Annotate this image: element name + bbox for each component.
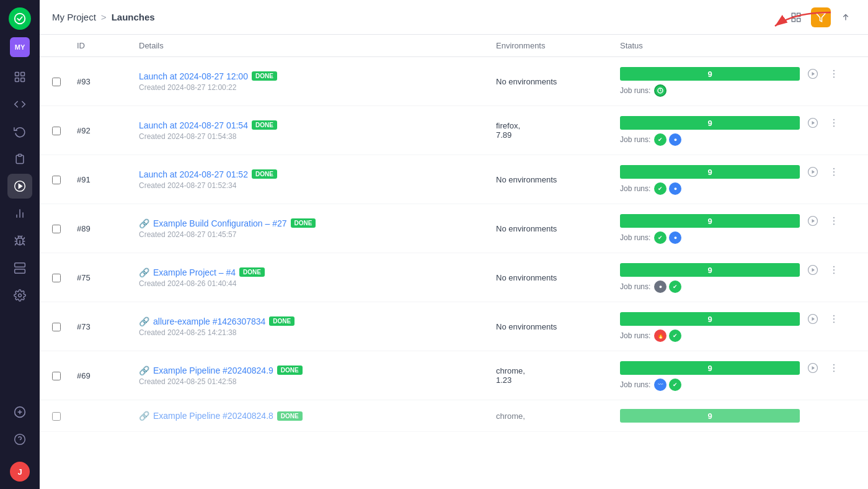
play-button-69[interactable] bbox=[805, 360, 821, 376]
svg-point-59 bbox=[833, 364, 835, 366]
svg-rect-19 bbox=[792, 13, 795, 16]
grid-view-button[interactable] bbox=[786, 7, 806, 27]
launches-icon[interactable] bbox=[7, 174, 32, 199]
refresh-icon[interactable] bbox=[7, 119, 32, 144]
more-button-89[interactable] bbox=[826, 213, 842, 229]
row-checkbox-92[interactable] bbox=[52, 125, 77, 135]
table-row: #69 🔗 Example Pipeline #20240824.9 DONE … bbox=[40, 351, 868, 400]
export-button[interactable] bbox=[836, 7, 856, 27]
play-button-92[interactable] bbox=[805, 115, 821, 131]
chart-icon[interactable] bbox=[7, 201, 32, 226]
svg-point-35 bbox=[833, 122, 835, 123]
row-env-91: No environments bbox=[496, 175, 620, 184]
row-id-75: #75 bbox=[77, 273, 139, 282]
svg-marker-48 bbox=[812, 268, 815, 272]
created-date-93: Created 2024-08-27 12:00:22 bbox=[139, 83, 496, 92]
launch-link-93[interactable]: Launch at 2024-08-27 12:00 bbox=[139, 71, 248, 81]
svg-marker-23 bbox=[817, 13, 826, 22]
table-row: #89 🔗 Example Build Configuration – #27 … bbox=[40, 204, 868, 253]
svg-point-13 bbox=[19, 294, 22, 297]
filter-button[interactable] bbox=[811, 7, 831, 27]
svg-point-30 bbox=[833, 76, 835, 78]
launch-link-73[interactable]: allure-example #1426307834 bbox=[153, 316, 265, 326]
table-header-row: ID Details Environments Status bbox=[40, 35, 868, 57]
play-button-89[interactable] bbox=[805, 213, 821, 229]
more-button-92[interactable] bbox=[826, 115, 842, 131]
more-button-93[interactable] bbox=[826, 66, 842, 82]
row-checkbox-89[interactable] bbox=[52, 223, 77, 233]
col-status: Status bbox=[620, 41, 856, 50]
created-date-92: Created 2024-08-27 01:54:38 bbox=[139, 132, 496, 141]
settings-icon[interactable] bbox=[7, 283, 32, 308]
storage-icon[interactable] bbox=[7, 256, 32, 280]
row-status-73: 9 Job runs: 🔥 bbox=[620, 311, 856, 342]
clipboard-icon[interactable] bbox=[7, 146, 32, 171]
external-link-icon-89: 🔗 bbox=[139, 218, 149, 228]
play-button-73[interactable] bbox=[805, 311, 821, 327]
job-runs-91: Job runs: ✔ ● bbox=[620, 182, 856, 195]
code-icon[interactable] bbox=[7, 92, 32, 117]
row-id-69: #69 bbox=[77, 371, 139, 380]
launch-link-69[interactable]: Example Pipeline #20240824.9 bbox=[153, 366, 273, 375]
breadcrumb-project[interactable]: My Project bbox=[52, 12, 96, 22]
dashboard-icon[interactable] bbox=[7, 65, 32, 89]
header-actions bbox=[786, 7, 856, 27]
more-button-75[interactable] bbox=[826, 262, 842, 278]
svg-rect-1 bbox=[16, 73, 19, 76]
more-button-73[interactable] bbox=[826, 311, 842, 327]
more-button-69[interactable] bbox=[826, 360, 842, 376]
more-button-91[interactable] bbox=[826, 164, 842, 180]
user-avatar[interactable]: J bbox=[10, 462, 30, 482]
created-date-91: Created 2024-08-27 01:52:34 bbox=[139, 181, 496, 190]
status-badge-73: DONE bbox=[269, 316, 294, 326]
job-runs-75: Job runs: ● ✔ bbox=[620, 280, 856, 293]
created-date-75: Created 2024-08-26 01:40:44 bbox=[139, 279, 496, 288]
launch-link-91[interactable]: Launch at 2024-08-27 01:52 bbox=[139, 169, 248, 179]
sidebar: MY J bbox=[0, 0, 40, 489]
play-button-93[interactable] bbox=[805, 66, 821, 82]
svg-point-40 bbox=[833, 171, 835, 173]
external-link-icon-73: 🔗 bbox=[139, 316, 149, 326]
add-icon[interactable] bbox=[7, 400, 32, 424]
svg-rect-5 bbox=[19, 155, 22, 156]
row-checkbox-93[interactable] bbox=[52, 76, 77, 86]
created-date-69: Created 2024-08-25 01:42:58 bbox=[139, 377, 496, 386]
launch-link-89[interactable]: Example Build Configuration – #27 bbox=[153, 218, 287, 228]
launch-link-92[interactable]: Launch at 2024-08-27 01:54 bbox=[139, 120, 248, 130]
row-checkbox-91[interactable] bbox=[52, 174, 77, 184]
row-details-89: 🔗 Example Build Configuration – #27 DONE… bbox=[139, 218, 496, 239]
main-content: My Project > Launches bbox=[40, 0, 868, 489]
row-checkbox-73[interactable] bbox=[52, 321, 77, 331]
row-checkbox-69[interactable] bbox=[52, 370, 77, 380]
breadcrumb: My Project > Launches bbox=[52, 12, 155, 22]
row-checkbox-75[interactable] bbox=[52, 272, 77, 282]
status-bar-89: 9 bbox=[620, 214, 800, 228]
launch-link-68[interactable]: Example Pipeline #20240824.8 bbox=[153, 411, 273, 421]
svg-rect-10 bbox=[15, 269, 25, 274]
status-bar-68: 9 bbox=[620, 409, 800, 423]
app-logo[interactable] bbox=[9, 7, 31, 30]
play-button-75[interactable] bbox=[805, 262, 821, 278]
row-status-69: 9 Job runs: 〰 bbox=[620, 360, 856, 391]
status-bar-75: 9 bbox=[620, 263, 800, 277]
status-bar-91: 9 bbox=[620, 165, 800, 179]
bug-icon[interactable] bbox=[7, 228, 32, 253]
created-date-73: Created 2024-08-25 14:21:38 bbox=[139, 328, 496, 337]
job-runs-93: Job runs: bbox=[620, 84, 856, 97]
row-env-92: firefox,7.89 bbox=[496, 121, 620, 140]
workspace-avatar[interactable]: MY bbox=[10, 37, 30, 57]
breadcrumb-current: Launches bbox=[112, 12, 155, 22]
row-env-73: No environments bbox=[496, 322, 620, 331]
job-runs-92: Job runs: ✔ ● bbox=[620, 133, 856, 146]
status-badge-89: DONE bbox=[291, 218, 316, 228]
row-checkbox-68[interactable] bbox=[52, 411, 77, 421]
svg-point-34 bbox=[833, 119, 835, 120]
play-button-91[interactable] bbox=[805, 164, 821, 180]
row-status-75: 9 Job runs: ● bbox=[620, 262, 856, 293]
svg-marker-27 bbox=[812, 72, 815, 76]
row-details-69: 🔗 Example Pipeline #20240824.9 DONE Crea… bbox=[139, 366, 496, 386]
svg-point-45 bbox=[833, 220, 835, 222]
launch-link-75[interactable]: Example Project – #4 bbox=[153, 267, 236, 277]
row-details-92: Launch at 2024-08-27 01:54 DONE Created … bbox=[139, 120, 496, 141]
help-icon[interactable] bbox=[7, 427, 32, 452]
